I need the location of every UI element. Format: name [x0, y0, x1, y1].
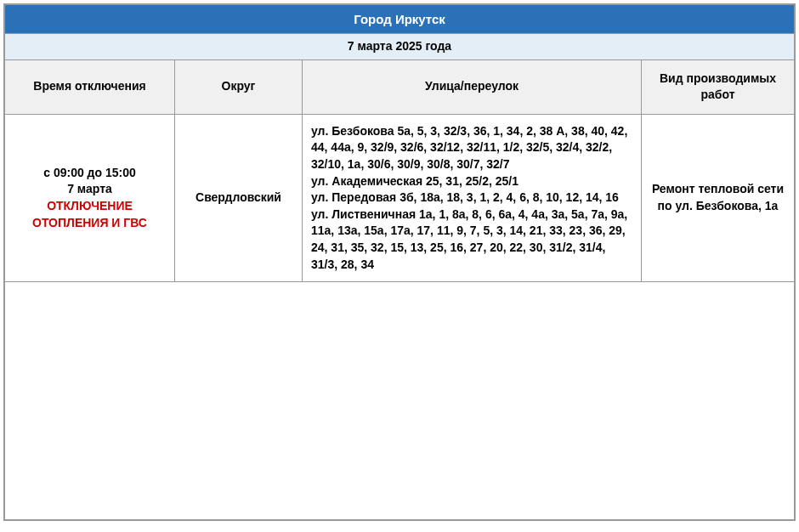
street-line-4: ул. Лиственичная 1а, 1, 8а, 8, 6, 6а, 4,…	[311, 207, 632, 273]
blank-cell	[5, 282, 795, 520]
street-line-2: ул. Академическая 25, 31, 25/2, 25/1	[311, 173, 632, 190]
cell-street: ул. Безбокова 5а, 5, 3, 32/3, 36, 1, 34,…	[303, 114, 642, 281]
header-work: Вид производимых работ	[641, 59, 794, 114]
city-title: Город Иркутск	[5, 5, 795, 34]
table-row: с 09:00 до 15:00 7 марта ОТКЛЮЧЕНИЕ ОТОП…	[5, 114, 795, 281]
time-alert: ОТКЛЮЧЕНИЕ ОТОПЛЕНИЯ И ГВС	[12, 198, 167, 231]
title-row: Город Иркутск	[5, 5, 795, 34]
blank-row	[5, 282, 795, 520]
header-time: Время отключения	[5, 59, 175, 114]
date-title: 7 марта 2025 года	[5, 34, 795, 60]
cell-work: Ремонт тепловой сети по ул. Безбокова, 1…	[641, 114, 794, 281]
street-line-3: ул. Передовая 3б, 18а, 18, 3, 1, 2, 4, 6…	[311, 190, 632, 207]
time-range: с 09:00 до 15:00	[12, 165, 167, 182]
street-line-1: ул. Безбокова 5а, 5, 3, 32/3, 36, 1, 34,…	[311, 123, 632, 173]
date-row: 7 марта 2025 года	[5, 34, 795, 60]
outage-table-wrap: Город Иркутск 7 марта 2025 года Время от…	[3, 3, 796, 521]
header-row: Время отключения Округ Улица/переулок Ви…	[5, 59, 795, 114]
header-okrug: Округ	[175, 59, 303, 114]
header-street: Улица/переулок	[303, 59, 642, 114]
time-day: 7 марта	[12, 181, 167, 198]
cell-okrug: Свердловский	[175, 114, 303, 281]
outage-table: Город Иркутск 7 марта 2025 года Время от…	[4, 4, 795, 520]
cell-time: с 09:00 до 15:00 7 марта ОТКЛЮЧЕНИЕ ОТОП…	[5, 114, 175, 281]
